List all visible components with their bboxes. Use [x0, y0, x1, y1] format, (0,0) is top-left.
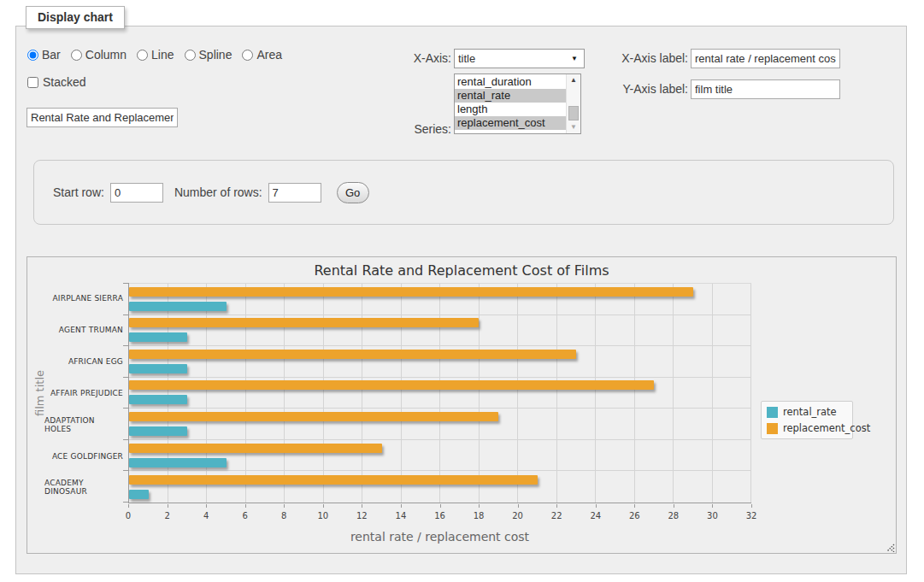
- chart-title-input[interactable]: [26, 108, 178, 127]
- rows-controls-box: Start row: Number of rows: Go: [33, 160, 894, 225]
- y-tick: [123, 345, 129, 346]
- bar-row: [129, 284, 751, 315]
- chart-container: Rental Rate and Replacement Cost of Film…: [26, 256, 897, 554]
- bar-rental_rate[interactable]: [129, 426, 187, 436]
- plot-area: [128, 283, 751, 503]
- x-tick: [712, 504, 713, 508]
- chart-title: Rental Rate and Replacement Cost of Film…: [27, 262, 896, 279]
- bar-replacement_cost[interactable]: [129, 380, 654, 390]
- y-axis-label-caption: Y-Axis label:: [606, 82, 688, 96]
- series-option-length[interactable]: length: [455, 103, 566, 116]
- num-rows-label: Number of rows:: [174, 185, 262, 199]
- bar-rental_rate[interactable]: [129, 302, 227, 311]
- x-tick-label: 24: [590, 511, 601, 520]
- stacked-checkbox[interactable]: [27, 77, 38, 88]
- x-tick: [674, 504, 674, 508]
- y-tick: [123, 502, 129, 503]
- panel-title: Display chart: [26, 6, 125, 29]
- category-label: ACE GOLDFINGER: [44, 440, 123, 472]
- bar-rental_rate[interactable]: [129, 458, 227, 467]
- bar-rental_rate[interactable]: [129, 332, 187, 342]
- scroll-up-icon[interactable]: ▲: [567, 74, 580, 86]
- x-axis-select-label: X-Axis:: [384, 51, 451, 65]
- scroll-down-icon[interactable]: ▼: [567, 121, 580, 133]
- x-tick: [323, 504, 324, 508]
- series-option-rental_duration[interactable]: rental_duration: [455, 75, 566, 89]
- bar-rental_rate[interactable]: [129, 490, 149, 499]
- x-tick-label: 10: [317, 511, 328, 520]
- series-option-replacement_cost[interactable]: replacement_cost: [455, 116, 566, 130]
- x-tick-label: 32: [746, 511, 757, 520]
- series-listbox[interactable]: rental_durationrental_ratelengthreplacem…: [454, 73, 581, 134]
- radio-label: Area: [256, 48, 282, 62]
- bar-row: [129, 346, 751, 378]
- chart-type-option-bar[interactable]: Bar: [27, 48, 61, 62]
- category-label: ADAPTATION HOLES: [44, 409, 123, 440]
- legend-swatch-icon: [767, 423, 778, 434]
- legend-item-replacement_cost[interactable]: replacement_cost: [767, 422, 847, 434]
- x-tick-label: 6: [243, 511, 248, 520]
- x-tick-label: 12: [356, 511, 368, 520]
- y-tick: [123, 439, 129, 440]
- x-tick: [634, 504, 635, 508]
- x-tick-label: 22: [551, 511, 562, 520]
- bar-replacement_cost[interactable]: [129, 318, 479, 327]
- y-axis-label-input[interactable]: [691, 79, 840, 99]
- stacked-row[interactable]: Stacked: [27, 75, 86, 89]
- category-label: AFRICAN EGG: [44, 346, 123, 378]
- start-row-input[interactable]: [110, 183, 163, 203]
- chart-type-option-line[interactable]: Line: [137, 48, 174, 62]
- x-tick-label: 18: [474, 511, 485, 520]
- radio-label: Column: [85, 48, 127, 62]
- listbox-scrollbar[interactable]: ▲ ▼: [566, 74, 580, 133]
- bar-replacement_cost[interactable]: [129, 475, 538, 485]
- resize-handle-icon[interactable]: [884, 541, 895, 552]
- x-tick: [168, 504, 168, 508]
- x-axis-select[interactable]: title ▼: [454, 49, 585, 68]
- x-axis-selected-value: title: [458, 52, 475, 65]
- x-tick-label: 8: [281, 511, 286, 520]
- legend-label: rental_rate: [783, 406, 837, 418]
- legend-swatch-icon: [767, 407, 778, 418]
- x-tick-label: 4: [203, 511, 209, 520]
- y-tick: [123, 470, 129, 471]
- y-tick: [123, 408, 129, 409]
- radio-bar[interactable]: [27, 50, 38, 61]
- bar-replacement_cost[interactable]: [129, 444, 382, 453]
- page: Display chart BarColumnLineSplineArea St…: [0, 0, 924, 582]
- x-tick: [245, 504, 246, 508]
- num-rows-input[interactable]: [268, 183, 321, 203]
- bar-replacement_cost[interactable]: [129, 350, 576, 359]
- go-button[interactable]: Go: [337, 182, 369, 203]
- x-tick: [401, 504, 402, 508]
- y-tick: [123, 377, 129, 378]
- scrollbar-thumb[interactable]: [568, 106, 579, 121]
- bar-rental_rate[interactable]: [129, 395, 187, 404]
- x-tick-label: 30: [707, 511, 718, 520]
- bar-replacement_cost[interactable]: [129, 287, 693, 297]
- chart-type-option-area[interactable]: Area: [242, 48, 282, 62]
- bar-replacement_cost[interactable]: [129, 412, 498, 421]
- x-axis-label-input[interactable]: [691, 49, 840, 68]
- radio-line[interactable]: [137, 50, 148, 61]
- bar-rental_rate[interactable]: [129, 364, 187, 373]
- chart-type-option-spline[interactable]: Spline: [185, 48, 232, 62]
- x-tick: [284, 504, 285, 508]
- radio-area[interactable]: [242, 50, 253, 61]
- category-label: ACADEMY DINOSAUR: [44, 472, 123, 503]
- legend-item-rental_rate[interactable]: rental_rate: [767, 406, 847, 418]
- radio-column[interactable]: [71, 50, 82, 61]
- chart-type-option-column[interactable]: Column: [71, 48, 127, 62]
- radio-label: Bar: [42, 48, 61, 62]
- bars-layer: [129, 284, 751, 503]
- stacked-label: Stacked: [43, 75, 86, 89]
- series-option-rental_rate[interactable]: rental_rate: [455, 89, 566, 103]
- bar-row: [129, 471, 751, 503]
- bar-row: [129, 378, 751, 409]
- x-tick: [479, 504, 480, 508]
- display-chart-panel: Display chart BarColumnLineSplineArea St…: [15, 26, 907, 574]
- x-tick-label: 26: [629, 511, 640, 520]
- radio-spline[interactable]: [185, 50, 196, 61]
- radio-label: Spline: [199, 48, 232, 62]
- y-tick: [123, 315, 129, 315]
